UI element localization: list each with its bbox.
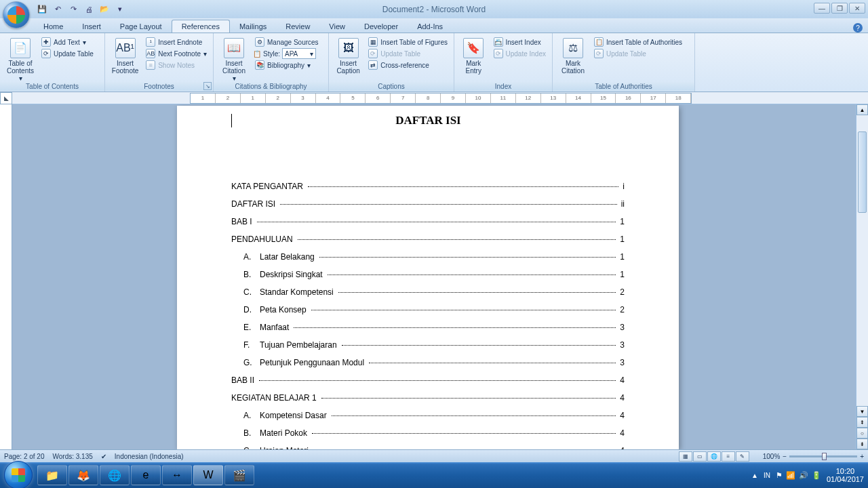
proofing-icon[interactable]: ✔ [101,453,106,460]
manage-sources-button[interactable]: ⚙Manage Sources [253,37,321,47]
zoom-out-button[interactable]: − [783,453,787,460]
zoom-in-button[interactable]: + [860,453,864,460]
print-icon[interactable]: 🖨 [82,3,96,16]
tab-mailings[interactable]: Mailings [230,20,276,33]
style-combo[interactable]: APA▾ [282,48,316,59]
toc-entry[interactable]: A.Kompetensi Dasar4 [231,411,625,420]
tab-review[interactable]: Review [276,20,319,33]
insert-caption-button[interactable]: 🖼Insert Caption [333,37,363,76]
insert-citation-button[interactable]: 📖Insert Citation▾ [218,37,250,83]
language-indicator[interactable]: IN [764,472,770,479]
bibliography-button[interactable]: 📚Bibliography ▾ [253,60,321,70]
toc-entry[interactable]: F.Tujuan Pembelajaran3 [231,340,625,350]
page-status[interactable]: Page: 2 of 20 [4,453,45,460]
mark-entry-button[interactable]: 🔖Mark Entry [458,37,489,76]
dialog-launcher-icon[interactable]: ↘ [203,82,212,90]
scroll-thumb[interactable] [858,131,867,213]
toc-entry[interactable]: KEGIATAN BELAJAR 14 [231,393,625,403]
tab-home[interactable]: Home [34,20,73,33]
tab-view[interactable]: View [319,20,355,33]
media-taskbar-icon[interactable]: 🎬 [224,465,254,485]
clock[interactable]: 10:20 01/04/2017 [827,467,864,483]
redo-icon[interactable]: ↷ [66,3,80,16]
show-hidden-icon[interactable]: ▲ [751,472,758,479]
browse-object-icon[interactable]: ○ [856,428,868,439]
update-index-button[interactable]: ⟳Update Index [492,48,549,59]
toc-entry[interactable]: C.Standar Kompetensi2 [231,287,625,297]
word-taskbar-icon[interactable]: W [193,465,223,485]
toc-entry[interactable]: PENDAHULUAN1 [231,235,625,244]
tab-page-layout[interactable]: Page Layout [111,20,172,33]
start-button[interactable] [4,461,33,488]
scroll-down-icon[interactable]: ▼ [856,406,868,417]
network-icon[interactable]: 📶 [786,471,795,480]
insert-endnote-button[interactable]: ¹Insert Endnote [144,37,209,47]
toc-entry[interactable]: BAB II4 [231,375,625,385]
toc-entry[interactable]: B.Deskripsi Singkat1 [231,270,625,279]
update-captions-button[interactable]: ⟳Update Table [366,48,450,59]
next-footnote-button[interactable]: ABNext Footnote ▾ [144,48,209,59]
cross-reference-button[interactable]: ⇄Cross-reference [366,60,450,70]
toc-entry[interactable]: D.Peta Konsep2 [231,305,625,314]
flag-icon[interactable]: ⚑ [776,471,783,480]
toc-entry[interactable]: G.Petunjuk Penggunaan Modul3 [231,358,625,367]
maximize-button[interactable]: ❐ [831,3,848,14]
toc-leader [280,204,617,205]
undo-icon[interactable]: ↶ [51,3,64,16]
toc-entry[interactable]: A.Latar Belakang1 [231,252,625,262]
next-page-icon[interactable]: ⇟ [856,439,868,449]
tab-insert[interactable]: Insert [73,20,111,33]
help-icon[interactable]: ? [853,23,863,33]
explorer-taskbar-icon[interactable]: 📁 [37,465,67,485]
zoom-value[interactable]: 100% [763,453,781,460]
save-icon[interactable]: 💾 [35,3,49,16]
add-text-button[interactable]: ✚Add Text ▾ [39,37,96,47]
language-status[interactable]: Indonesian (Indonesia) [115,453,184,460]
toc-entry[interactable]: B.Materi Pokok4 [231,428,625,438]
zoom-thumb[interactable] [822,453,827,460]
tab-developer[interactable]: Developer [355,20,408,33]
tab-addins[interactable]: Add-Ins [408,20,452,33]
toc-entry[interactable]: BAB I1 [231,217,625,226]
group-title: Table of Contents [0,82,104,91]
update-authorities-button[interactable]: ⟳Update Table [592,48,684,59]
vertical-ruler[interactable] [0,104,12,449]
minimize-button[interactable]: — [814,3,830,14]
zoom-slider[interactable] [789,455,857,458]
table-of-contents-button[interactable]: 📄Table of Contents▾ [4,37,37,83]
toc-entry[interactable]: DAFTAR ISIii [231,199,625,209]
office-button[interactable] [3,1,30,28]
firefox-taskbar-icon[interactable]: 🦊 [68,465,98,485]
scroll-up-icon[interactable]: ▲ [856,104,868,115]
tab-selector[interactable]: ◣ [0,92,12,104]
fullscreen-view-icon[interactable]: ▭ [693,451,707,462]
prev-page-icon[interactable]: ⇞ [856,417,868,428]
teamviewer-taskbar-icon[interactable]: ↔ [162,465,192,485]
insert-table-figures-button[interactable]: ▦Insert Table of Figures [366,37,450,47]
close-button[interactable]: ✕ [849,3,865,14]
web-layout-view-icon[interactable]: 🌐 [707,451,721,462]
insert-authorities-button[interactable]: 📋Insert Table of Authorities [592,37,684,47]
horizontal-ruler[interactable]: 12123456789101112131415161718 [190,93,692,104]
ie-taskbar-icon[interactable]: e [131,465,161,485]
chrome-taskbar-icon[interactable]: 🌐 [100,465,130,485]
qat-customize-icon[interactable]: ▾ [113,3,127,16]
toc-entry[interactable]: E.Manfaat3 [231,323,625,332]
insert-index-button[interactable]: 📇Insert Index [492,37,549,47]
vertical-scrollbar[interactable]: ▲ ▼ ⇞ ○ ⇟ [856,104,868,449]
battery-icon[interactable]: 🔋 [812,471,821,480]
update-table-button[interactable]: ⟳Update Table [39,48,96,59]
outline-view-icon[interactable]: ≡ [722,451,735,462]
mark-citation-button[interactable]: ⚖Mark Citation [557,37,589,76]
volume-icon[interactable]: 🔊 [799,471,808,480]
print-layout-view-icon[interactable]: ▦ [679,451,692,462]
show-notes-button[interactable]: ≡Show Notes [144,60,209,70]
word-count[interactable]: Words: 3.135 [53,453,93,460]
ribbon-tabs: Home Insert Page Layout References Maili… [0,18,868,33]
insert-footnote-button[interactable]: AB¹Insert Footnote [109,37,141,76]
tab-references[interactable]: References [172,20,230,33]
page[interactable]: DAFTAR ISI KATA PENGANTARiDAFTAR ISIiiBA… [177,106,679,449]
draft-view-icon[interactable]: ✎ [736,451,749,462]
open-icon[interactable]: 📂 [98,3,111,16]
toc-entry[interactable]: KATA PENGANTARi [231,182,625,191]
